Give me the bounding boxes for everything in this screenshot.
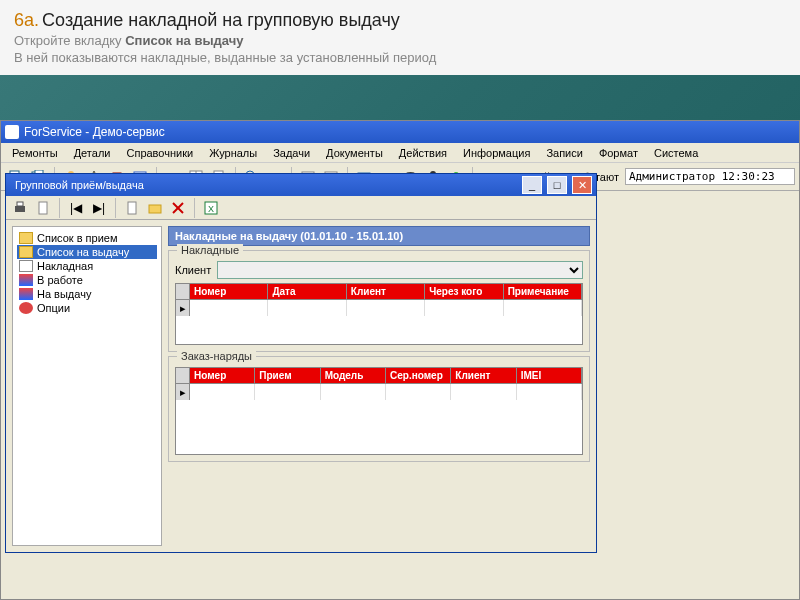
menu-zhurnaly[interactable]: Журналы: [202, 145, 264, 161]
maximize-button[interactable]: □: [547, 176, 567, 194]
col-klient[interactable]: Клиент: [347, 284, 425, 300]
grid-cell[interactable]: [190, 300, 268, 316]
status-field: [625, 168, 795, 185]
row-indicator-icon: ▸: [176, 300, 190, 316]
folder-open-icon: [19, 246, 33, 258]
grid-cell[interactable]: [268, 300, 346, 316]
tree-label: Опции: [37, 302, 70, 314]
tree-item-spisok-priem[interactable]: Список в прием: [17, 231, 157, 245]
child-window-title: Групповой приём/выдача: [15, 179, 144, 191]
step-number: 6a.: [14, 10, 39, 30]
instruction-text: Откройте вкладку: [14, 33, 125, 48]
grid-body: [176, 400, 582, 454]
fieldset-legend: Накладные: [177, 244, 243, 256]
svg-rect-32: [149, 205, 161, 213]
menu-zadachi[interactable]: Задачи: [266, 145, 317, 161]
col-nomer[interactable]: Номер: [190, 284, 268, 300]
grid-zakaz[interactable]: Номер Прием Модель Сер.номер Клиент IMEI…: [175, 367, 583, 455]
col-priem[interactable]: Прием: [255, 368, 320, 384]
col-nomer[interactable]: Номер: [190, 368, 255, 384]
tree-item-optsii[interactable]: Опции: [17, 301, 157, 315]
grid-body: [176, 316, 582, 344]
minimize-button[interactable]: _: [522, 176, 542, 194]
grid-row[interactable]: ▸: [176, 300, 582, 316]
menubar[interactable]: Ремонты Детали Справочники Журналы Задач…: [1, 143, 799, 163]
fieldset-legend: Заказ-наряды: [177, 350, 256, 362]
fieldset-zakaz-naryady: Заказ-наряды Номер Прием Модель Сер.номе…: [168, 356, 590, 462]
grid-nakladnye[interactable]: Номер Дата Клиент Через кого Примечание …: [175, 283, 583, 345]
ct-doc-icon[interactable]: [33, 198, 53, 218]
col-primechanie[interactable]: Примечание: [504, 284, 582, 300]
instruction-line-2: Откройте вкладку Список на выдачу: [14, 33, 786, 48]
grid-cell[interactable]: [386, 384, 451, 400]
svg-rect-29: [17, 202, 23, 206]
grid-cell[interactable]: [517, 384, 582, 400]
grid-cell[interactable]: [190, 384, 255, 400]
menu-remonty[interactable]: Ремонты: [5, 145, 65, 161]
tree-label: Список на выдачу: [37, 246, 129, 258]
instruction-tab-name: Список на выдачу: [125, 33, 243, 48]
tree-item-v-rabote[interactable]: В работе: [17, 273, 157, 287]
tree-label: Накладная: [37, 260, 93, 272]
grid-cell[interactable]: [425, 300, 503, 316]
separator: [194, 198, 195, 218]
main-window: ForService - Демо-сервис Ремонты Детали …: [0, 120, 800, 600]
grid-cell[interactable]: [255, 384, 320, 400]
grid-row[interactable]: ▸: [176, 384, 582, 400]
child-toolbar: |◀ ▶| X: [6, 196, 596, 220]
person-icon: [19, 274, 33, 286]
ct-last-icon[interactable]: ▶|: [89, 198, 109, 218]
ct-del-icon[interactable]: [168, 198, 188, 218]
svg-rect-31: [128, 202, 136, 214]
grid-corner: [176, 284, 190, 300]
col-klient[interactable]: Клиент: [451, 368, 516, 384]
app-icon: [5, 125, 19, 139]
col-data[interactable]: Дата: [268, 284, 346, 300]
col-cherez[interactable]: Через кого: [425, 284, 503, 300]
svg-rect-30: [39, 202, 47, 214]
main-titlebar: ForService - Демо-сервис: [1, 121, 799, 143]
menu-spravochniki[interactable]: Справочники: [119, 145, 200, 161]
svg-rect-28: [15, 206, 25, 212]
client-label: Клиент: [175, 264, 211, 276]
tree-label: В работе: [37, 274, 83, 286]
col-sernomer[interactable]: Сер.номер: [386, 368, 451, 384]
gear-icon: [19, 302, 33, 314]
window-title: ForService - Демо-сервис: [24, 125, 165, 139]
person-icon: [19, 288, 33, 300]
step-title: Создание накладной на групповую выдачу: [42, 10, 400, 30]
col-imei[interactable]: IMEI: [517, 368, 582, 384]
folder-icon: [19, 232, 33, 244]
grid-corner: [176, 368, 190, 384]
col-model[interactable]: Модель: [321, 368, 386, 384]
tree-item-na-vydachu[interactable]: На выдачу: [17, 287, 157, 301]
tree-item-spisok-vydachu[interactable]: Список на выдачу: [17, 245, 157, 259]
menu-format[interactable]: Формат: [592, 145, 645, 161]
slide-header: 6a. Создание накладной на групповую выда…: [0, 0, 800, 75]
tree-item-nakladnaya[interactable]: Накладная: [17, 259, 157, 273]
ct-open-icon[interactable]: [145, 198, 165, 218]
ct-excel-icon[interactable]: X: [201, 198, 221, 218]
grid-cell[interactable]: [321, 384, 386, 400]
row-indicator-icon: ▸: [176, 384, 190, 400]
menu-dokumenty[interactable]: Документы: [319, 145, 390, 161]
tree-label: Список в прием: [37, 232, 117, 244]
document-icon: [19, 260, 33, 272]
ct-first-icon[interactable]: |◀: [66, 198, 86, 218]
menu-detali[interactable]: Детали: [67, 145, 118, 161]
svg-text:X: X: [208, 204, 214, 214]
grid-cell[interactable]: [347, 300, 425, 316]
grid-cell[interactable]: [504, 300, 582, 316]
grid-cell[interactable]: [451, 384, 516, 400]
menu-deystviya[interactable]: Действия: [392, 145, 454, 161]
panel-title: Накладные на выдачу (01.01.10 - 15.01.10…: [168, 226, 590, 246]
client-select[interactable]: [217, 261, 583, 279]
menu-informatsiya[interactable]: Информация: [456, 145, 537, 161]
ct-new-icon[interactable]: [122, 198, 142, 218]
ct-print-icon[interactable]: [10, 198, 30, 218]
menu-zapisi[interactable]: Записи: [539, 145, 590, 161]
tree-panel: Список в прием Список на выдачу Накладна…: [12, 226, 162, 546]
fieldset-nakladnye: Накладные Клиент Номер Дата Клиент Через…: [168, 250, 590, 352]
menu-sistema[interactable]: Система: [647, 145, 705, 161]
close-button[interactable]: ✕: [572, 176, 592, 194]
